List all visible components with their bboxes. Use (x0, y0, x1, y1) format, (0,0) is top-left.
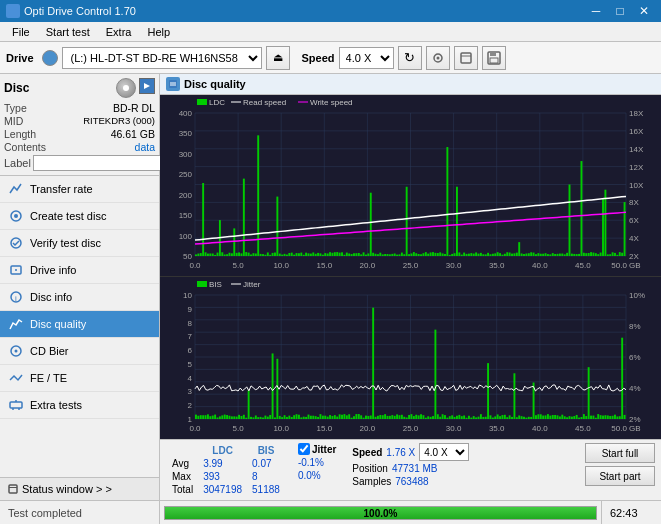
svg-point-12 (15, 269, 17, 271)
sidebar-item-drive-info[interactable]: Drive info (0, 257, 159, 284)
titlebar: Opti Drive Control 1.70 ─ □ ✕ (0, 0, 661, 22)
action-buttons: Start full Start part (585, 443, 655, 486)
avg-jitter: -0.1% (298, 457, 324, 468)
max-jitter-row: 0.0% (298, 470, 336, 481)
disc-contents-row: Contents data (4, 141, 155, 153)
drive-label: Drive (6, 52, 34, 64)
menubar: File Start test Extra Help (0, 22, 661, 42)
disc-quality-title: Disc quality (184, 78, 246, 90)
titlebar-controls: ─ □ ✕ (585, 0, 655, 22)
samples-value: 763488 (395, 476, 428, 487)
sidebar-item-fe-te[interactable]: FE / TE (0, 365, 159, 392)
svg-rect-5 (490, 52, 496, 56)
menu-file[interactable]: File (4, 24, 38, 40)
start-part-button[interactable]: Start part (585, 466, 655, 486)
samples-row: Samples 763488 (352, 476, 469, 487)
disc-section-label: Disc (4, 81, 29, 95)
jitter-checkbox[interactable] (298, 443, 310, 455)
stats-table: LDC BIS Avg 3.99 0.07 Max 393 8 Total 30… (166, 443, 286, 497)
max-ldc: 393 (199, 471, 246, 482)
progress-text: 100.0% (364, 507, 398, 518)
disc-info-icon: i (8, 289, 24, 305)
speed-select[interactable]: 4.0 X Max 1.0 X 2.0 X 6.0 X 8.0 X (339, 47, 394, 69)
progress-bar: 100.0% (164, 506, 597, 520)
speed-label: Speed (302, 52, 335, 64)
app-icon (6, 4, 20, 18)
disc-action-icon[interactable] (139, 78, 155, 94)
speed-display-select[interactable]: 4.0 X (419, 443, 469, 461)
refresh-button[interactable]: ↻ (398, 46, 422, 70)
drive-select[interactable]: (L:) HL-DT-ST BD-RE WH16NS58 TST4 (62, 47, 262, 69)
main-layout: Disc Type BD-R DL MID RITEKDR3 (000) Len… (0, 74, 661, 500)
sidebar-item-disc-info[interactable]: i Disc info (0, 284, 159, 311)
settings-button1[interactable] (426, 46, 450, 70)
sidebar-item-extra-tests[interactable]: Extra tests (0, 392, 159, 419)
transfer-rate-icon (8, 181, 24, 197)
sidebar-item-cd-bier[interactable]: CD Bier (0, 338, 159, 365)
sidebar-item-verify-test-disc[interactable]: Verify test disc (0, 230, 159, 257)
cd-bier-icon (8, 343, 24, 359)
maximize-button[interactable]: □ (609, 0, 631, 22)
avg-jitter-row: -0.1% (298, 457, 336, 468)
disc-label-input[interactable] (33, 155, 166, 171)
disc-mid-row: MID RITEKDR3 (000) (4, 115, 155, 127)
total-ldc: 3047198 (199, 484, 246, 495)
svg-rect-23 (169, 80, 177, 88)
sidebar-item-create-test-disc[interactable]: Create test disc (0, 203, 159, 230)
total-label: Total (168, 484, 197, 495)
settings-button2[interactable] (454, 46, 478, 70)
speed-position-section: Speed 1.76 X 4.0 X Position 47731 MB Sam… (352, 443, 469, 487)
titlebar-title: Opti Drive Control 1.70 (24, 5, 136, 17)
position-label: Position (352, 463, 388, 474)
create-test-disc-icon (8, 208, 24, 224)
svg-point-1 (436, 56, 439, 59)
menu-help[interactable]: Help (139, 24, 178, 40)
avg-label: Avg (168, 458, 197, 469)
drive-info-icon (8, 262, 24, 278)
drive-disc-icon (42, 50, 58, 66)
disc-type-row: Type BD-R DL (4, 102, 155, 114)
close-button[interactable]: ✕ (633, 0, 655, 22)
toolbar: Drive (L:) HL-DT-ST BD-RE WH16NS58 TST4 … (0, 42, 661, 74)
status-window-icon (8, 484, 18, 494)
bis-chart-container (160, 277, 661, 439)
nav-items: Transfer rate Create test disc Verify te… (0, 176, 159, 477)
position-row: Position 47731 MB (352, 463, 469, 474)
content-area: Disc quality LDC BIS Avg (160, 74, 661, 500)
avg-ldc: 3.99 (199, 458, 246, 469)
edit-icon (459, 51, 473, 65)
svg-rect-21 (9, 485, 17, 493)
extra-tests-icon (8, 397, 24, 413)
sidebar-item-transfer-rate[interactable]: Transfer rate (0, 176, 159, 203)
sidebar-item-disc-quality[interactable]: Disc quality (0, 311, 159, 338)
disc-quality-header-icon (166, 77, 180, 91)
speed-display-label: Speed (352, 447, 382, 458)
avg-bis: 0.07 (248, 458, 284, 469)
menu-extra[interactable]: Extra (98, 24, 140, 40)
speed-row: Speed 1.76 X 4.0 X (352, 443, 469, 461)
menu-start-test[interactable]: Start test (38, 24, 98, 40)
ldc-chart (160, 95, 661, 276)
save-button[interactable] (482, 46, 506, 70)
jitter-label: Jitter (312, 444, 336, 455)
disc-panel: Disc Type BD-R DL MID RITEKDR3 (000) Len… (0, 74, 159, 176)
jitter-checkbox-row: Jitter (298, 443, 336, 455)
time-display: 62:43 (601, 501, 661, 524)
disc-graphic-icon (116, 78, 136, 98)
minimize-button[interactable]: ─ (585, 0, 607, 22)
bis-col-header: BIS (248, 445, 284, 456)
status-window-button[interactable]: Status window > > (0, 477, 159, 500)
svg-rect-17 (10, 402, 22, 408)
eject-button[interactable]: ⏏ (266, 46, 290, 70)
jitter-section: Jitter -0.1% 0.0% (298, 443, 336, 481)
svg-rect-2 (461, 53, 471, 63)
verify-test-disc-icon (8, 235, 24, 251)
max-label: Max (168, 471, 197, 482)
speed-value: 1.76 X (386, 447, 415, 458)
status-text: Test completed (0, 501, 160, 524)
settings-icon (431, 51, 445, 65)
start-full-button[interactable]: Start full (585, 443, 655, 463)
svg-text:i: i (15, 294, 17, 303)
titlebar-left: Opti Drive Control 1.70 (6, 4, 136, 18)
stats-area: LDC BIS Avg 3.99 0.07 Max 393 8 Total 30… (160, 439, 661, 500)
